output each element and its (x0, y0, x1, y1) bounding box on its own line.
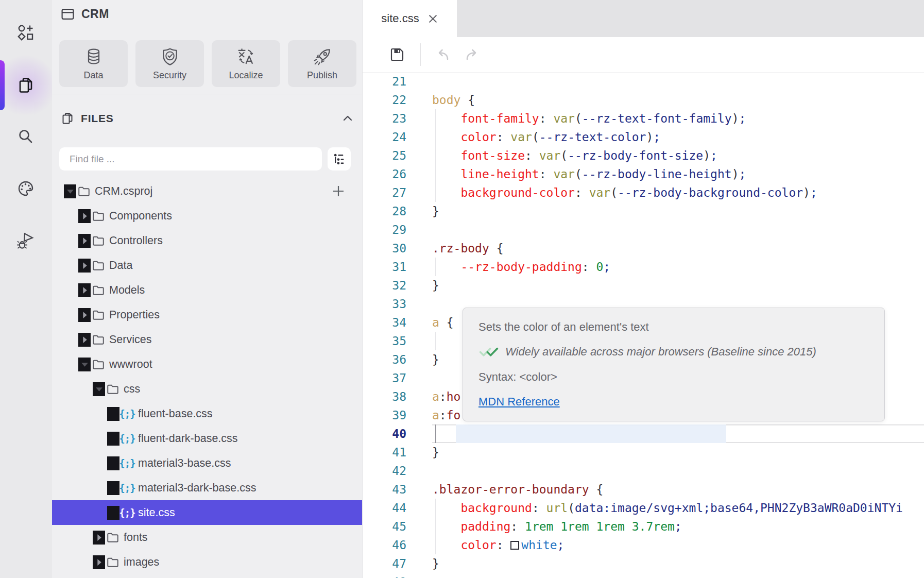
tree-item-data[interactable]: Data (52, 253, 362, 278)
folder-icon (105, 382, 121, 396)
code-line-30[interactable]: 30.rz-body { (363, 239, 924, 258)
code-line-47[interactable]: 47} (363, 554, 924, 573)
line-number: 46 (363, 536, 432, 554)
tree-item-properties[interactable]: Properties (52, 302, 362, 327)
palette-icon[interactable] (11, 174, 40, 203)
tab-site-css[interactable]: site.css (363, 0, 457, 37)
tree-item-services[interactable]: Services (52, 327, 362, 352)
caret-right-icon[interactable] (78, 333, 91, 347)
tree-item-images[interactable]: images (52, 550, 362, 574)
line-number: 29 (363, 220, 432, 239)
caret-right-icon[interactable] (93, 555, 105, 569)
find-file-input[interactable] (59, 147, 322, 171)
code-line-44[interactable]: 44 background: url(data:image/svg+xml;ba… (363, 499, 924, 517)
publish-button[interactable]: Publish (288, 40, 356, 87)
shield-check-icon (160, 47, 180, 66)
line-number: 42 (363, 462, 432, 480)
tree-item-fonts[interactable]: fonts (52, 525, 362, 550)
code-line-41[interactable]: 41} (363, 443, 924, 462)
code-line-28[interactable]: 28} (363, 202, 924, 220)
tree-item-label: images (124, 556, 159, 569)
indent-guide (435, 258, 436, 276)
tree-item-crm-csproj[interactable]: CRM.csproj (52, 179, 362, 203)
caret-right-icon[interactable] (93, 531, 105, 545)
tree-item-fluent-dark-base-css[interactable]: {;}fluent-dark-base.css (52, 426, 362, 451)
code-line-25[interactable]: 25 font-size: var(--rz-body-font-size); (363, 146, 924, 165)
indent-guide (435, 517, 436, 536)
files-icon[interactable] (11, 71, 40, 100)
indent-guide (435, 128, 436, 146)
files-panel-header[interactable]: FILES (61, 107, 354, 130)
line-number: 23 (363, 109, 432, 128)
code-line-22[interactable]: 22body { (363, 91, 924, 109)
publish-button-label: Publish (307, 70, 337, 81)
line-number: 22 (363, 91, 432, 109)
code-line-23[interactable]: 23 font-family: var(--rz-text-font-famil… (363, 109, 924, 128)
line-number: 27 (363, 183, 432, 202)
localize-button[interactable]: Localize (212, 40, 280, 87)
file-tree: CRM.csprojComponentsControllersDataModel… (52, 179, 362, 578)
tree-item-material3-base-css[interactable]: {;}material3-base.css (52, 451, 362, 475)
line-number: 31 (363, 258, 432, 276)
save-button[interactable] (388, 46, 406, 63)
tree-item-spacer (107, 506, 119, 520)
mdn-reference-link[interactable]: MDN Reference (478, 395, 560, 409)
code-line-21[interactable]: 21 (363, 72, 924, 91)
search-icon[interactable] (11, 123, 40, 151)
code-line-42[interactable]: 42 (363, 462, 924, 480)
code-line-27[interactable]: 27 background-color: var(--rz-body-backg… (363, 183, 924, 202)
rocket-icon (313, 47, 332, 66)
tooltip-syntax: Syntax: <color> (478, 370, 869, 384)
tree-item-controllers[interactable]: Controllers (52, 228, 362, 253)
tree-item-css[interactable]: css (52, 377, 362, 401)
caret-right-icon[interactable] (78, 209, 91, 223)
tooltip-baseline-row: Widely available across major browsers (… (478, 345, 869, 359)
tree-item-label: css (124, 383, 140, 396)
activity-bar (0, 0, 53, 578)
tree-item-site-css[interactable]: {;}site.css (52, 500, 362, 525)
tree-item-models[interactable]: Models (52, 278, 362, 302)
tree-item-label: Components (109, 210, 172, 223)
tree-item-label: wwwroot (109, 358, 152, 371)
caret-down-icon[interactable] (78, 358, 91, 371)
caret-down-icon[interactable] (93, 382, 105, 396)
code-line-31[interactable]: 31 --rz-body-padding: 0; (363, 258, 924, 276)
code-line-43[interactable]: 43.blazor-error-boundary { (363, 480, 924, 499)
caret-right-icon[interactable] (78, 234, 91, 248)
redo-button[interactable] (463, 46, 481, 63)
code-line-32[interactable]: 32} (363, 276, 924, 295)
indent-guide (435, 499, 436, 517)
code-line-46[interactable]: 46 color: white; (363, 536, 924, 554)
data-button[interactable]: Data (59, 40, 128, 87)
caret-right-icon[interactable] (78, 259, 91, 273)
line-number: 32 (363, 276, 432, 295)
caret-right-icon[interactable] (78, 283, 91, 297)
tree-item-wwwroot[interactable]: wwwroot (52, 352, 362, 377)
caret-down-icon[interactable] (64, 184, 76, 198)
security-button[interactable]: Security (135, 40, 204, 87)
tree-item-material3-dark-base-css[interactable]: {;}material3-dark-base.css (52, 475, 362, 500)
code-line-29[interactable]: 29 (363, 220, 924, 239)
folder-icon (105, 555, 121, 569)
undo-button[interactable] (434, 46, 452, 63)
code-line-40[interactable]: 40 color: var(--rz-link-hover-color); (363, 424, 924, 443)
tree-view-toggle-button[interactable] (328, 147, 351, 171)
add-file-button[interactable] (331, 184, 346, 198)
code-line-48[interactable]: 48 (363, 573, 924, 578)
design-tools-icon[interactable] (11, 18, 40, 47)
code-line-45[interactable]: 45 padding: 1rem 1rem 1rem 3.7rem; (363, 517, 924, 536)
color-swatch[interactable] (510, 541, 519, 550)
caret-right-icon[interactable] (78, 308, 91, 322)
collapse-panel-chevron-icon[interactable] (341, 112, 354, 125)
line-number: 44 (363, 499, 432, 517)
code-line-24[interactable]: 24 color: var(--rz-text-color); (363, 128, 924, 146)
code-line-26[interactable]: 26 line-height: var(--rz-body-line-heigh… (363, 165, 924, 183)
tree-item-components[interactable]: Components (52, 203, 362, 228)
tooltip-baseline-note: Widely available across major browsers (… (505, 345, 816, 359)
tree-item-label: fonts (124, 531, 148, 544)
debug-icon[interactable] (11, 227, 40, 256)
tab-close-icon[interactable] (427, 13, 438, 24)
sidebar-divider (52, 94, 362, 94)
folder-icon (90, 234, 107, 247)
tree-item-fluent-base-css[interactable]: {;}fluent-base.css (52, 401, 362, 426)
